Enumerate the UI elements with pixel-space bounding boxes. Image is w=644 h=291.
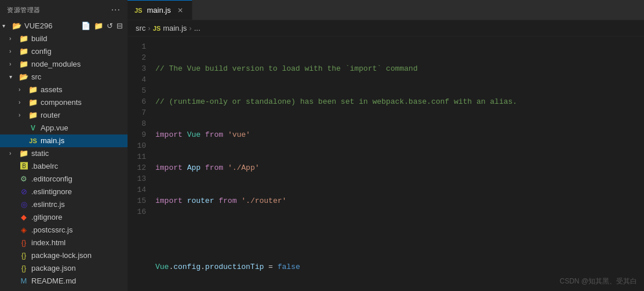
code-editor[interactable]: 1 2 3 4 5 6 7 8 9 10 11 12 13 14 15 16 /… — [128, 37, 644, 291]
folder-open-icon: 📂 — [19, 71, 29, 83]
folder-icon: 📁 — [28, 83, 38, 96]
sidebar-item-app-vue[interactable]: V App.vue — [0, 122, 128, 134]
eslintrc-icon: ◎ — [19, 198, 29, 211]
json-icon: {} — [19, 262, 29, 275]
postcss-icon: ◈ — [19, 224, 29, 237]
item-label: build — [31, 32, 47, 45]
code-line-1: // The Vue build version to load with th… — [155, 63, 644, 74]
item-label: main.js — [41, 134, 64, 147]
breadcrumb-sep: › — [148, 24, 150, 32]
arrow-icon: › — [9, 32, 19, 45]
arrow-icon: › — [9, 58, 19, 71]
vue-file-icon: V — [28, 122, 38, 134]
item-label: index.html — [31, 237, 66, 249]
item-label: config — [31, 45, 52, 58]
arrow-icon: › — [19, 109, 28, 122]
breadcrumb-src: src — [136, 24, 145, 32]
sidebar-item-index-html[interactable]: {} index.html — [0, 237, 128, 249]
arrow-icon: › — [9, 147, 19, 160]
refresh-icon[interactable]: ↺ — [107, 20, 113, 32]
item-label: .editorconfig — [31, 173, 72, 185]
line-numbers: 1 2 3 4 5 6 7 8 9 10 11 12 13 14 15 16 — [128, 41, 155, 291]
item-label: .babelrc — [31, 160, 58, 173]
code-line-2: // (runtime-only or standalone) has been… — [155, 96, 644, 107]
item-label: .eslintignore — [31, 185, 72, 198]
arrow-icon: › — [9, 45, 19, 58]
git-icon: ◆ — [19, 211, 29, 224]
root-label: VUE296 — [24, 20, 52, 32]
sidebar-item-src[interactable]: ▾ 📂 src — [0, 71, 128, 83]
item-label: package-lock.json — [31, 249, 92, 262]
tab-js-icon: JS — [134, 7, 142, 14]
js-file-icon: JS — [28, 134, 38, 147]
item-label: src — [31, 71, 41, 83]
folder-icon: 📁 — [19, 32, 29, 45]
item-label: .gitignore — [31, 211, 62, 224]
code-line-3: import Vue from 'vue' — [155, 129, 644, 140]
sidebar-item-package-lock[interactable]: {} package-lock.json — [0, 249, 128, 262]
tab-label: main.js — [147, 6, 170, 14]
sidebar-item-router[interactable]: › 📁 router — [0, 109, 128, 122]
arrow-icon: › — [19, 83, 28, 96]
item-label: .eslintrc.js — [31, 198, 65, 211]
code-content: // The Vue build version to load with th… — [155, 41, 644, 291]
item-label: package.json — [31, 262, 76, 275]
sidebar-more-icon[interactable]: ··· — [111, 5, 121, 15]
sidebar-title: 资源管理器 — [7, 6, 41, 14]
item-label: node_modules — [31, 58, 81, 71]
breadcrumb-dots: ... — [194, 24, 201, 32]
arrow-icon: ▾ — [9, 71, 19, 83]
sidebar: 资源管理器 ··· ▾ 📂 VUE296 📄 📁 ↺ ⊟ › 📁 build ›… — [0, 0, 128, 291]
sidebar-item-node-modules[interactable]: › 📁 node_modules — [0, 58, 128, 71]
breadcrumb-js-icon: JS — [153, 25, 161, 32]
folder-icon: 📁 — [28, 109, 38, 122]
sidebar-item-editorconfig[interactable]: ⚙ .editorconfig — [0, 173, 128, 185]
code-line-4: import App from './App' — [155, 162, 644, 173]
gear-icon: ⚙ — [19, 173, 29, 185]
item-label: components — [41, 96, 82, 109]
sidebar-item-vue296[interactable]: ▾ 📂 VUE296 📄 📁 ↺ ⊟ — [0, 20, 128, 32]
item-label: router — [41, 109, 60, 122]
tab-bar: JS main.js ✕ — [128, 0, 644, 20]
folder-open-icon: 📂 — [12, 20, 22, 32]
code-line-6 — [155, 228, 644, 239]
item-label: assets — [41, 83, 63, 96]
folder-icon: 📁 — [28, 96, 38, 109]
html-icon: {} — [19, 237, 29, 249]
sidebar-item-readme[interactable]: M README.md — [0, 275, 128, 288]
sidebar-item-eslintrc[interactable]: ◎ .eslintrc.js — [0, 198, 128, 211]
tab-close-button[interactable]: ✕ — [176, 6, 185, 15]
item-label: static — [31, 147, 49, 160]
item-label: .postcssrc.js — [31, 224, 73, 237]
breadcrumb: src › JS main.js › ... — [128, 20, 644, 37]
md-icon: M — [19, 275, 29, 288]
sidebar-item-main-js[interactable]: JS main.js — [0, 134, 128, 147]
item-label: README.md — [31, 275, 76, 288]
breadcrumb-filename: main.js — [163, 24, 187, 32]
collapse-icon[interactable]: ⊟ — [117, 20, 123, 32]
sidebar-item-babelrc[interactable]: 🅱 .babelrc — [0, 160, 128, 173]
code-line-7: Vue.config.productionTip = false — [155, 261, 644, 272]
breadcrumb-sep2: › — [189, 24, 191, 32]
sidebar-header: 资源管理器 ··· — [0, 0, 128, 20]
babel-icon: 🅱 — [19, 160, 29, 173]
tab-main-js[interactable]: JS main.js ✕ — [128, 0, 192, 20]
sidebar-item-eslintignore[interactable]: ⊘ .eslintignore — [0, 185, 128, 198]
editor-area: JS main.js ✕ src › JS main.js › ... 1 2 … — [128, 0, 644, 291]
sidebar-item-postcssrc[interactable]: ◈ .postcssrc.js — [0, 224, 128, 237]
code-line-5: import router from './router' — [155, 195, 644, 206]
sidebar-item-components[interactable]: › 📁 components — [0, 96, 128, 109]
new-folder-icon[interactable]: 📁 — [94, 20, 103, 32]
folder-icon: 📁 — [19, 45, 29, 58]
sidebar-item-gitignore[interactable]: ◆ .gitignore — [0, 211, 128, 224]
item-label: App.vue — [41, 122, 68, 134]
sidebar-item-static[interactable]: › 📁 static — [0, 147, 128, 160]
sidebar-tree: ▾ 📂 VUE296 📄 📁 ↺ ⊟ › 📁 build › 📁 config … — [0, 20, 128, 291]
json-icon: {} — [19, 249, 29, 262]
new-file-icon[interactable]: 📄 — [81, 20, 90, 32]
sidebar-item-build[interactable]: › 📁 build — [0, 32, 128, 45]
sidebar-item-config[interactable]: › 📁 config — [0, 45, 128, 58]
sidebar-item-assets[interactable]: › 📁 assets — [0, 83, 128, 96]
arrow-icon: ▾ — [2, 20, 12, 32]
sidebar-item-package-json[interactable]: {} package.json — [0, 262, 128, 275]
